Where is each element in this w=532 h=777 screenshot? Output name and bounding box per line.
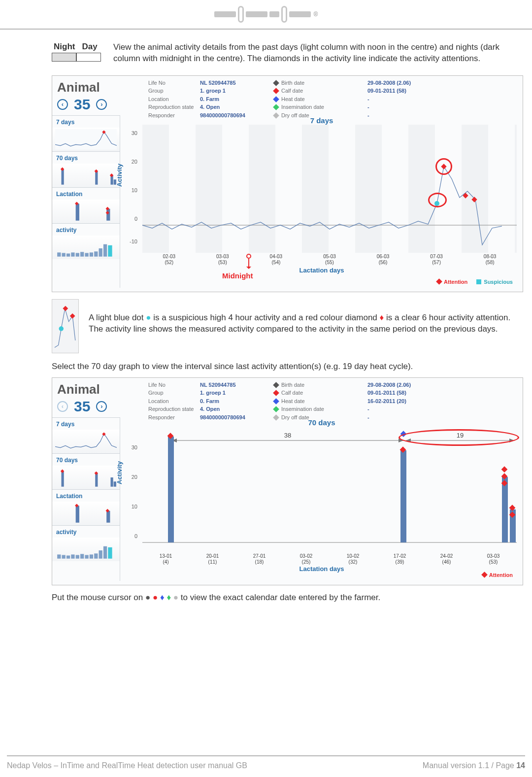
tab-70-days[interactable]: 70 days — [52, 151, 120, 164]
annotation-circle-1 — [435, 158, 452, 175]
svg-rect-21 — [90, 252, 93, 256]
chart2-title: 70 days — [124, 418, 520, 427]
svg-rect-39 — [111, 477, 113, 487]
page-footer: Nedap Velos – InTime and RealTime Heat d… — [7, 755, 525, 770]
chart1-legend: Attention Suspicious — [437, 279, 513, 285]
red-diamond-icon: ♦ — [380, 313, 384, 322]
svg-rect-57 — [103, 546, 107, 559]
svg-rect-52 — [80, 554, 84, 558]
svg-rect-37 — [62, 471, 64, 486]
footer-left: Nedap Velos – InTime and RealTime Heat d… — [7, 761, 247, 770]
zoom-paragraph: A light blue dot ● is a suspicious high … — [89, 312, 517, 335]
svg-rect-9 — [76, 203, 79, 220]
svg-rect-54 — [90, 554, 93, 558]
svg-rect-51 — [76, 555, 79, 558]
chart1-xticks: 02-03(52)03-03(53)04-03(54)05-03(55)06-0… — [142, 254, 517, 266]
info-block-date-legend: Birth date Calf date Heat date Inseminat… — [274, 79, 324, 120]
svg-rect-75 — [501, 466, 508, 473]
svg-rect-50 — [71, 554, 74, 558]
svg-rect-43 — [76, 506, 79, 522]
svg-rect-56 — [99, 550, 102, 559]
info-block-dates: 29-08-2008 (2.06) 09-01-2011 (58) - - - — [367, 79, 411, 120]
chart1-ylabel: Activity — [116, 164, 123, 187]
tab-7-days[interactable]: 7 days — [52, 115, 120, 128]
chart1-plot — [142, 125, 517, 253]
animal-heading: Animal — [57, 80, 107, 95]
figure-70-days: Animal ‹ 35 › Life NoNL 520944785 Group1… — [52, 377, 523, 585]
chart-tab-sidebar: 7 days 70 days Lactation activity — [52, 115, 120, 288]
svg-rect-58 — [108, 547, 112, 559]
svg-rect-20 — [85, 253, 88, 256]
prev-animal-button-2[interactable]: ‹ — [57, 401, 68, 412]
zoom-thumbnail — [52, 299, 79, 353]
figure-7-days: Animal ‹ 35 › Life NoNL 520944785 Group1… — [52, 75, 523, 292]
night-label: Night — [54, 42, 75, 52]
svg-rect-19 — [80, 252, 84, 256]
svg-rect-15 — [62, 253, 66, 256]
tab-activity[interactable]: activity — [52, 223, 120, 236]
svg-rect-25 — [108, 245, 112, 257]
svg-rect-71 — [502, 477, 508, 542]
svg-rect-14 — [57, 252, 61, 256]
svg-rect-49 — [66, 555, 70, 558]
footer-right: Manual version 1.1 / Page 14 — [423, 761, 525, 770]
svg-rect-70 — [400, 450, 406, 542]
annotation-circle-2 — [428, 193, 447, 207]
svg-rect-3 — [95, 171, 98, 185]
svg-rect-47 — [57, 554, 61, 558]
next-animal-button[interactable]: › — [96, 99, 107, 110]
select-70-paragraph: Select the 70 day graph to view the inte… — [52, 361, 480, 372]
svg-rect-55 — [94, 553, 98, 558]
next-animal-button-2[interactable]: › — [96, 401, 107, 412]
night-day-widget: Night Day — [52, 42, 101, 62]
chart2-plot: 38 19 — [142, 427, 517, 552]
svg-rect-22 — [94, 251, 98, 256]
animal-number: 35 — [74, 96, 90, 113]
svg-rect-44 — [106, 511, 110, 523]
svg-rect-0 — [55, 129, 117, 150]
svg-rect-34 — [69, 313, 75, 318]
midnight-annotation: Midnight — [222, 271, 253, 280]
info-block-animal: Life NoNL 520944785 Group1. groep 1 Loca… — [148, 79, 252, 120]
mouse-cursor-paragraph: Put the mouse cursor on ● ● ♦ ♦ ● to vie… — [52, 592, 480, 604]
day-label: Day — [82, 42, 97, 52]
svg-rect-16 — [66, 253, 70, 256]
prev-animal-button[interactable]: ‹ — [57, 99, 68, 110]
svg-rect-2 — [62, 169, 64, 184]
chart1-title: 7 days — [124, 116, 520, 125]
svg-rect-48 — [62, 555, 66, 558]
annotation-interval-19 — [399, 429, 519, 446]
brand-logo: ® — [214, 6, 318, 23]
svg-rect-38 — [95, 473, 98, 486]
intro-paragraph: View the animal activity details from th… — [113, 42, 523, 65]
svg-rect-23 — [99, 248, 102, 257]
svg-point-35 — [59, 326, 64, 331]
svg-rect-53 — [85, 555, 88, 558]
chart1-xlabel: Lactation days — [124, 267, 520, 274]
page-header: ® — [0, 0, 532, 30]
svg-rect-10 — [106, 209, 110, 221]
blue-dot-icon: ● — [146, 313, 151, 322]
tab-lactation[interactable]: Lactation — [52, 187, 120, 200]
svg-rect-17 — [71, 252, 74, 256]
svg-rect-69 — [168, 437, 174, 542]
svg-rect-18 — [76, 253, 79, 256]
svg-rect-27 — [142, 125, 517, 253]
svg-rect-33 — [63, 305, 68, 311]
svg-rect-24 — [103, 244, 107, 257]
svg-text:38: 38 — [284, 432, 291, 439]
